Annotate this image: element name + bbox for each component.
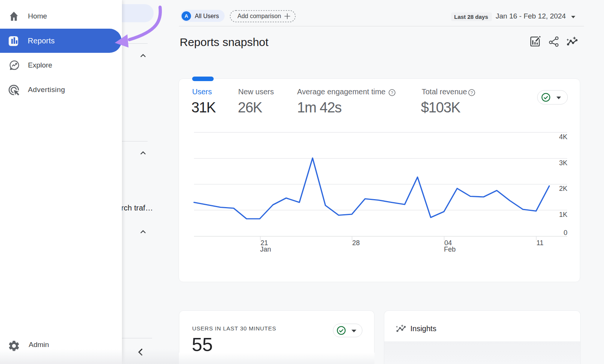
svg-text:?: ? — [391, 91, 393, 95]
svg-text:?: ? — [470, 91, 473, 95]
